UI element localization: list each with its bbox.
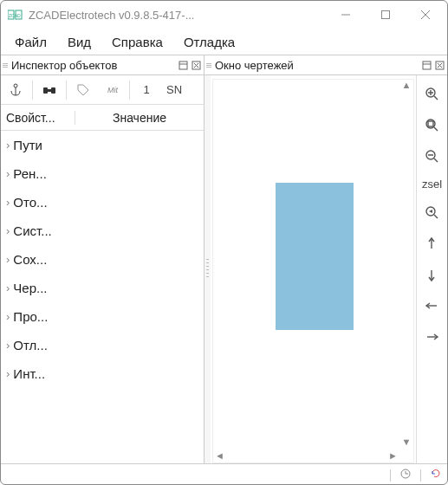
chevron-right-icon: › xyxy=(6,310,10,323)
svg-line-30 xyxy=(434,158,438,162)
menu-help[interactable]: Справка xyxy=(101,31,173,53)
inspector-panel-title: Инспектор объектов xyxy=(10,59,177,72)
svg-line-23 xyxy=(434,96,438,100)
chevron-right-icon: › xyxy=(6,367,10,380)
vertical-scrollbar[interactable]: ▲ ▼ xyxy=(399,80,413,447)
chevron-right-icon: › xyxy=(6,281,10,294)
separator xyxy=(129,81,130,100)
drawing-panel: ▲ ▼ ◄ ► xyxy=(211,75,416,463)
chevron-right-icon: › xyxy=(6,196,10,209)
view-bottom-icon[interactable] xyxy=(423,265,442,284)
view-top-icon[interactable] xyxy=(423,234,442,253)
svg-text:ZCAD: ZCAD xyxy=(9,13,21,18)
tree-row[interactable]: ›Сох... xyxy=(1,245,204,274)
svg-rect-12 xyxy=(423,61,431,69)
sn-label[interactable]: SN xyxy=(161,77,187,103)
svg-point-17 xyxy=(14,84,17,87)
panel-grip-icon[interactable] xyxy=(1,61,10,69)
rectangle-shape[interactable] xyxy=(276,183,354,330)
scroll-right-icon[interactable]: ► xyxy=(388,450,398,461)
view-right-icon[interactable] xyxy=(423,327,442,346)
zoom-fit-icon[interactable] xyxy=(423,115,442,134)
inspector-tree: ›Пути ›Рен... ›Ото... ›Сист... ›Сох... ›… xyxy=(1,131,204,463)
zoom-in-icon[interactable] xyxy=(423,84,442,103)
inspector-toolbar: Mit 1 SN xyxy=(1,75,204,105)
drawing-panel-title: Окно чертежей xyxy=(213,59,420,72)
svg-rect-4 xyxy=(382,11,390,19)
panel-dock-button[interactable] xyxy=(420,59,432,71)
status-bar xyxy=(1,463,447,485)
refresh-icon[interactable] xyxy=(430,468,442,483)
drawing-canvas[interactable]: ▲ ▼ ◄ ► xyxy=(212,79,414,463)
scroll-up-icon[interactable]: ▲ xyxy=(402,80,412,90)
tree-row[interactable]: ›Инт... xyxy=(1,359,204,388)
menu-bar: Файл Вид Справка Отладка xyxy=(1,29,447,55)
scroll-left-icon[interactable]: ◄ xyxy=(215,450,224,461)
main-area: Mit 1 SN Свойст... Значение ›Пути ›Рен..… xyxy=(1,75,447,463)
mit-icon[interactable]: Mit xyxy=(98,77,127,103)
inspector-panel: Mit 1 SN Свойст... Значение ›Пути ›Рен..… xyxy=(1,75,205,463)
tree-row[interactable]: ›Рен... xyxy=(1,159,204,188)
chevron-right-icon: › xyxy=(6,167,10,180)
separator xyxy=(32,81,33,100)
right-toolbar: zsel xyxy=(416,75,447,463)
panels-header: Инспектор объектов Окно чертежей xyxy=(1,55,447,75)
svg-rect-19 xyxy=(43,87,48,94)
tree-row[interactable]: ›Ото... xyxy=(1,188,204,217)
chevron-right-icon: › xyxy=(6,139,10,152)
svg-rect-21 xyxy=(48,89,51,92)
svg-rect-7 xyxy=(179,61,187,69)
tree-row[interactable]: ›Чер... xyxy=(1,274,204,302)
binoculars-icon[interactable] xyxy=(35,77,64,103)
panel-close-button[interactable] xyxy=(190,59,202,71)
svg-rect-28 xyxy=(428,121,433,126)
column-property[interactable]: Свойст... xyxy=(1,111,75,125)
horizontal-scrollbar[interactable]: ◄ ► xyxy=(213,449,399,462)
splitter-vertical[interactable] xyxy=(205,75,211,463)
svg-line-27 xyxy=(434,127,438,131)
chevron-right-icon: › xyxy=(6,253,10,266)
separator xyxy=(420,469,421,482)
history-icon[interactable] xyxy=(399,468,412,483)
menu-view[interactable]: Вид xyxy=(57,31,101,53)
page-number[interactable]: 1 xyxy=(132,77,161,103)
column-value[interactable]: Значение xyxy=(75,111,204,125)
tag-icon[interactable] xyxy=(68,77,98,103)
minimize-button[interactable] xyxy=(326,1,366,29)
chevron-right-icon: › xyxy=(6,224,10,237)
menu-debug[interactable]: Отладка xyxy=(173,31,245,53)
separator xyxy=(390,469,391,482)
zoom-out-icon[interactable] xyxy=(423,146,442,165)
chevron-right-icon: › xyxy=(6,339,10,352)
window-title: ZCADElectrotech v0.9.8.5-417-... xyxy=(29,9,326,22)
svg-line-33 xyxy=(434,215,438,218)
anchor-icon[interactable] xyxy=(1,77,30,103)
inspector-table-header: Свойст... Значение xyxy=(1,105,204,131)
zoom-selection-button[interactable]: zsel xyxy=(422,178,442,191)
app-icon: ZCAD xyxy=(8,9,23,21)
scroll-down-icon[interactable]: ▼ xyxy=(402,436,412,447)
separator xyxy=(66,81,67,100)
panel-grip-icon[interactable] xyxy=(205,61,213,69)
svg-rect-20 xyxy=(51,87,55,94)
tree-row[interactable]: ›Отл... xyxy=(1,331,204,359)
zoom-previous-icon[interactable] xyxy=(423,203,442,222)
close-button[interactable] xyxy=(406,1,445,29)
menu-file[interactable]: Файл xyxy=(4,31,57,53)
tree-row[interactable]: ›Пути xyxy=(1,131,204,159)
view-left-icon[interactable] xyxy=(423,296,442,315)
tree-row[interactable]: ›Про... xyxy=(1,302,204,331)
panel-close-button[interactable] xyxy=(433,59,445,71)
tree-row[interactable]: ›Сист... xyxy=(1,217,204,245)
maximize-button[interactable] xyxy=(366,1,406,29)
panel-dock-button[interactable] xyxy=(177,59,189,71)
title-bar: ZCAD ZCADElectrotech v0.9.8.5-417-... xyxy=(1,1,447,29)
